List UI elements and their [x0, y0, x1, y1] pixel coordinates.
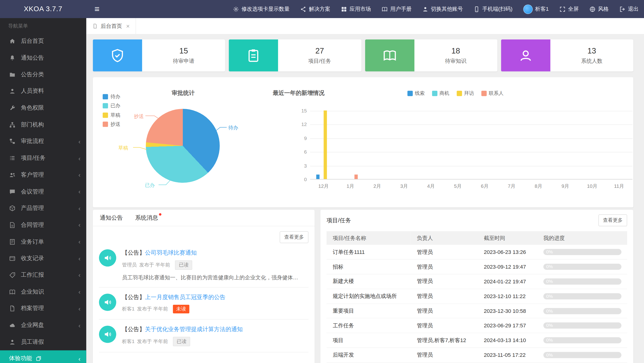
- market-icon: [341, 6, 347, 12]
- legend-item[interactable]: 联系人: [482, 90, 504, 97]
- navbar-item-label: 用户手册: [390, 5, 412, 12]
- sidebar-item-departments[interactable]: 部门机构: [0, 116, 86, 133]
- stat-card-4[interactable]: 13系统人数: [501, 40, 633, 72]
- y-axis-tick: 12: [290, 122, 307, 128]
- table-row[interactable]: 工作任务管理员2023-06-29 17:570%: [327, 318, 627, 333]
- table-row[interactable]: 招标管理员2023-09-12 19:470%: [327, 260, 627, 274]
- notice-item[interactable]: 【公告】公司羽毛球比赛通知管理员发布于 半年前已读员工羽毛球比赛通知一、比赛目的…: [99, 243, 308, 288]
- stat-card-1[interactable]: 15待审申请: [93, 40, 225, 72]
- stat-card-3[interactable]: 18待审知识: [365, 40, 497, 72]
- legend-swatch: [482, 91, 487, 96]
- panel-tab-messages[interactable]: 系统消息: [129, 210, 164, 226]
- sidebar-item-cloud-disk[interactable]: 企业网盘‹: [0, 317, 86, 334]
- sidebar-item-label: 合同管理: [21, 221, 44, 229]
- navbar-item-mobile-qr[interactable]: 手机端(扫码): [468, 0, 518, 18]
- progress-bar: 0%: [544, 278, 622, 284]
- project-deadline: 2024-01-22 19:47: [478, 274, 537, 289]
- sidebar-item-notices[interactable]: 通知公告: [0, 50, 86, 66]
- notice-meta: 管理员发布于 半年前已读: [122, 260, 308, 270]
- sidebar-item-home[interactable]: 后台首页: [0, 33, 86, 50]
- projects-title: 项目/任务: [327, 216, 351, 224]
- table-row[interactable]: 规定计划的实施地点或场所管理员2023-12-10 11:220%: [327, 289, 627, 304]
- sidebar-item-work-report[interactable]: 工作汇报‹: [0, 267, 86, 283]
- projects-more-button[interactable]: 查看更多: [598, 214, 627, 226]
- navbar-item-app-market[interactable]: 应用市场: [336, 0, 376, 18]
- legend-item[interactable]: 拜访: [457, 90, 474, 97]
- x-axis-label: 5月: [446, 183, 470, 190]
- legend-label: 待办: [110, 93, 120, 100]
- tab-close-icon[interactable]: ×: [126, 22, 130, 30]
- switch-user-icon: [422, 6, 428, 12]
- panel-tab-notices[interactable]: 通知公告: [94, 210, 129, 226]
- navbar-item-logout[interactable]: 退出: [614, 0, 644, 18]
- project-progress-cell: 0%: [537, 348, 627, 362]
- notice-link[interactable]: 上一月度销售员工冠亚季的公告: [145, 294, 226, 300]
- sidebar-item-leave[interactable]: 员工请假: [0, 334, 86, 350]
- stat-cards-row: 15待审申请27项目/任务18待审知识13系统人数: [93, 40, 633, 72]
- notices-more-button[interactable]: 查看更多: [280, 231, 308, 243]
- notice-title: 【公告】公司羽毛球比赛通知: [122, 249, 308, 257]
- navbar-item-solutions[interactable]: 解决方案: [295, 0, 336, 18]
- sidebar-item-knowledge[interactable]: 企业知识‹: [0, 284, 86, 300]
- tab-bar: 后台首页 ×: [86, 18, 644, 34]
- notice-link[interactable]: 关于优化业务管理提成计算方法的通知: [145, 326, 243, 332]
- chevron-left-icon: ‹: [78, 172, 80, 178]
- sidebar-item-orders[interactable]: 业务订单‹: [0, 234, 86, 250]
- navbar-item-fullscreen[interactable]: 全屏: [554, 0, 584, 18]
- table-row[interactable]: 后端开发管理员2023-11-05 17:220%: [327, 348, 627, 362]
- legend-item[interactable]: 草稿: [103, 110, 120, 120]
- table-row[interactable]: 新建大楼管理员2024-01-22 19:470%: [327, 274, 627, 289]
- brand-logo[interactable]: XKOA 3.7.7: [0, 5, 86, 13]
- navbar-item-user-manual[interactable]: 用户手册: [376, 0, 417, 18]
- notice-item[interactable]: 【公告】关于优化业务管理提成计算方法的通知析客1发布于 半年前已读: [99, 320, 308, 352]
- book-icon: [365, 40, 414, 72]
- sidebar-item-meetings[interactable]: 会议管理‹: [0, 183, 86, 200]
- navbar-item-modify-tab-count[interactable]: 修改选项卡显示数量: [228, 0, 295, 18]
- table-row[interactable]: 重要项目管理员2023-12-30 10:580%: [327, 304, 627, 318]
- sidebar-item-projects[interactable]: 项目/任务‹: [0, 150, 86, 166]
- x-axis-label: 6月: [472, 183, 497, 190]
- speaker-icon: [99, 249, 116, 267]
- notice-item[interactable]: 【公告】上一月度销售员工冠亚季的公告析客1发布于 半年前未读: [99, 288, 308, 320]
- sidebar-item-contracts[interactable]: 合同管理‹: [0, 216, 86, 233]
- notice-title: 【公告】关于优化业务管理提成计算方法的通知: [122, 326, 308, 333]
- notice-author: 管理员: [122, 262, 137, 268]
- chevron-left-icon: ‹: [78, 222, 80, 228]
- sidebar-item-archives[interactable]: 档案管理‹: [0, 300, 86, 317]
- legend-item[interactable]: 已办: [103, 101, 120, 110]
- navbar-item-switch-account[interactable]: 切换其他账号: [417, 0, 468, 18]
- notice-content: 【公告】上一月度销售员工冠亚季的公告析客1发布于 半年前未读: [122, 294, 308, 313]
- table-row[interactable]: 项目管理员,析客7,析客122024-03-13 14:100%: [327, 333, 627, 348]
- sidebar-item-customers[interactable]: 客户管理‹: [0, 167, 86, 183]
- legend-label: 线索: [415, 90, 424, 97]
- sidebar-item-experience[interactable]: 体验功能‹: [0, 350, 86, 363]
- notice-time: 发布于 半年前: [137, 306, 168, 312]
- hamburger-menu-icon[interactable]: ≡: [94, 0, 99, 18]
- bar-segment: [324, 110, 327, 179]
- notice-link[interactable]: 公司羽毛球比赛通知: [145, 249, 197, 256]
- pie-legend: 待办已办草稿抄送: [103, 92, 120, 129]
- sidebar-item-finance[interactable]: 收支记录‹: [0, 250, 86, 267]
- sidebar-item-products[interactable]: 产品管理‹: [0, 200, 86, 216]
- navbar-item-profile[interactable]: 析客1: [518, 0, 554, 18]
- gridline: [310, 152, 632, 152]
- sidebar-item-personnel[interactable]: 人员资料: [0, 83, 86, 100]
- sidebar-item-roles[interactable]: 角色权限: [0, 100, 86, 116]
- column-header: 我的进度: [537, 231, 627, 245]
- navbar-item-style[interactable]: 风格: [584, 0, 614, 18]
- stat-card-2[interactable]: 27项目/任务: [229, 40, 361, 72]
- legend-item[interactable]: 抄送: [103, 120, 120, 129]
- legend-item[interactable]: 待办: [103, 92, 120, 101]
- legend-item[interactable]: 商机: [432, 90, 450, 97]
- notices-panel: 通知公告系统消息 查看更多 【公告】公司羽毛球比赛通知管理员发布于 半年前已读员…: [93, 210, 314, 363]
- pie-slice-label: 已办: [145, 182, 155, 189]
- solution-icon: [300, 6, 306, 12]
- sidebar-item-notice-category[interactable]: 公告分类: [0, 66, 86, 83]
- chevron-left-icon: ‹: [78, 288, 80, 295]
- y-axis-tick: 15: [290, 108, 307, 114]
- sidebar-item-approval-flow[interactable]: 审批流程‹: [0, 133, 86, 150]
- legend-item[interactable]: 线索: [408, 90, 425, 97]
- table-row[interactable]: 订单任务1111管理员2023-06-23 13:260%: [327, 245, 627, 260]
- stat-label: 系统人数: [581, 57, 602, 65]
- tab-home[interactable]: 后台首页 ×: [86, 18, 136, 34]
